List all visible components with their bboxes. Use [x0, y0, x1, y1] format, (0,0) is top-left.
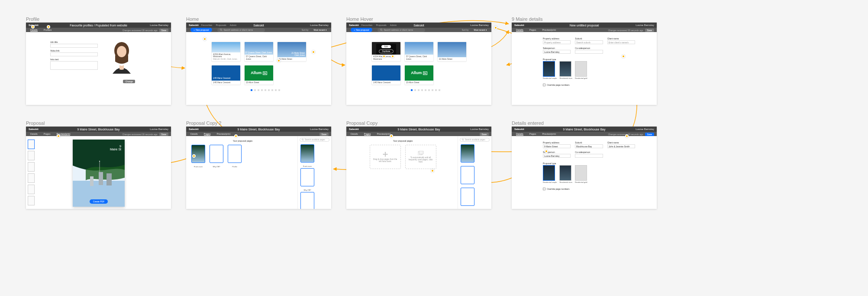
hotspot[interactable]	[622, 55, 625, 58]
hotspot[interactable]	[203, 37, 207, 41]
hotspot[interactable]	[625, 134, 629, 138]
input-suburb[interactable]: Blockhouse Bay	[575, 144, 603, 148]
proposal-card[interactable]: 57 Queens Street, Clark Jones57 Queens S…	[244, 42, 274, 62]
hotspot[interactable]	[192, 154, 196, 158]
tab-pages[interactable]: Pages	[204, 133, 211, 136]
search-input[interactable]: Search address or client name	[378, 28, 425, 32]
page-thumbnails[interactable]	[28, 140, 35, 205]
library-page[interactable]	[461, 188, 474, 206]
new-proposal-button[interactable]: + New proposal	[190, 28, 212, 32]
input-client[interactable]: John & Jeannie Smith	[607, 144, 635, 148]
proposal-card[interactable]: 1/45 Manu Crescent1/45 Manu Crescent	[211, 65, 241, 85]
card-duplicate-chip[interactable]: Duplicate	[379, 49, 394, 53]
proposal-card[interactable]: 21 Maire StreetClark Jones21 Maire Stree…	[277, 42, 307, 62]
save-button[interactable]: Save	[319, 133, 329, 136]
save-button[interactable]: Save	[645, 133, 654, 136]
search-input[interactable]: Search address or client name	[217, 28, 265, 32]
tab-pages[interactable]: Pages	[44, 133, 51, 136]
save-button[interactable]: Save	[159, 133, 168, 136]
tab-details[interactable]: Details	[516, 29, 523, 32]
proposal-card[interactable]: 4/234 Albert Avenue, WestmereMalcolm Smi…	[211, 42, 241, 62]
hotspot[interactable]	[545, 150, 548, 153]
input-introtext[interactable]	[50, 61, 98, 70]
tab-preview[interactable]: Preview/print	[542, 29, 556, 32]
input-salesperson[interactable]: Louise Barnsley	[543, 154, 571, 158]
override-checkbox[interactable]: Override page numbers	[543, 188, 635, 190]
proposal-card[interactable]: 21 Maire Street	[437, 42, 467, 62]
new-proposal-button[interactable]: + New proposal	[351, 28, 372, 32]
proposal-card[interactable]: Allum St23 Allum Street	[244, 65, 274, 85]
sort-value[interactable]: Most recent ▾	[313, 29, 327, 31]
auto-add-zone[interactable]: To automatically add all frequently used…	[405, 145, 436, 169]
tab-details[interactable]: Details	[351, 133, 358, 136]
card-edit-chip[interactable]: Edit	[381, 45, 391, 48]
tab-preview[interactable]: Preview/print	[542, 133, 556, 136]
type-option[interactable]	[543, 61, 555, 77]
input-cosales[interactable]	[575, 50, 603, 54]
library-page[interactable]	[300, 192, 314, 209]
my-page[interactable]	[228, 145, 242, 163]
hotspot[interactable]	[312, 50, 315, 54]
svg-line-6	[381, 30, 382, 31]
drop-zone[interactable]: Drag & drop pages from the left hand ban…	[370, 145, 401, 169]
proposal-card[interactable]: 57 Queens Street, Clark Jones	[404, 42, 434, 62]
search-icon	[462, 139, 464, 141]
hotspot[interactable]	[391, 55, 394, 58]
save-button[interactable]: Save	[480, 133, 489, 136]
hotspot[interactable]	[382, 55, 386, 58]
hotspot[interactable]	[47, 25, 50, 29]
tab-pages[interactable]: Pages	[529, 29, 536, 32]
type-option[interactable]	[575, 61, 587, 77]
library-page[interactable]	[300, 144, 314, 163]
library-page[interactable]	[461, 144, 474, 163]
my-page[interactable]	[210, 145, 223, 163]
frame-detailsentered: Saleskit 9 Maire Street, Blockhouse Bay …	[512, 127, 657, 209]
proposal-card[interactable]: Allum St23 Allum Street	[404, 65, 434, 85]
input-jobtitle[interactable]	[50, 44, 98, 48]
library-search[interactable]: Search available pages	[460, 138, 490, 142]
proposal-card[interactable]: 1/45 Manu Crescent	[371, 65, 401, 85]
profile-form: Job title Video link Intro text	[50, 39, 98, 72]
hotspot[interactable]	[494, 26, 497, 29]
save-button[interactable]: Save	[159, 29, 168, 32]
sort-value[interactable]: Most recent ▾	[474, 29, 487, 31]
my-page[interactable]	[191, 145, 205, 163]
library-search[interactable]: Search available pages	[300, 138, 329, 142]
override-checkbox[interactable]: Override page numbers	[543, 84, 635, 86]
hotspot[interactable]	[390, 134, 393, 138]
tab-details[interactable]: Details	[516, 133, 523, 136]
library-page[interactable]	[300, 168, 314, 186]
type-option[interactable]	[575, 165, 587, 181]
input-property[interactable]: Property address	[543, 40, 571, 44]
change-photo-button[interactable]: Change	[123, 80, 135, 83]
save-button[interactable]: Save	[645, 29, 654, 32]
pagination[interactable]	[371, 89, 479, 91]
input-suburb[interactable]: Search suburb	[575, 40, 603, 44]
tab-preview[interactable]: Preview/print	[377, 133, 390, 136]
tab-pages[interactable]: Pages	[529, 133, 536, 136]
hotspot[interactable]	[31, 25, 35, 29]
library-page[interactable]	[461, 166, 474, 184]
input-property[interactable]: 9 Maire Street	[543, 144, 571, 148]
create-pdf-button[interactable]: Create PDF	[90, 199, 108, 204]
tab-details[interactable]: Details	[190, 133, 198, 136]
input-client[interactable]: Enter client's name/s	[607, 40, 635, 44]
tab-pages[interactable]: Pages	[364, 133, 371, 136]
tab-details[interactable]: Details	[30, 29, 38, 32]
tab-details[interactable]: Details	[30, 133, 38, 136]
hotspot[interactable]	[431, 169, 434, 172]
type-option[interactable]	[543, 165, 555, 181]
hotspot[interactable]	[277, 59, 281, 62]
proposal-card-hovered[interactable]: Edit Duplicate 4/234 Albert Avenue, West…	[371, 42, 401, 62]
tab-preview[interactable]: Preview/print	[216, 133, 230, 136]
hotspot[interactable]	[234, 134, 238, 138]
input-cosales[interactable]	[575, 154, 603, 158]
input-videolink[interactable]	[50, 52, 98, 56]
tab-profiles[interactable]: Profiles	[44, 29, 52, 32]
pagination[interactable]	[211, 89, 319, 91]
type-option[interactable]	[559, 61, 571, 77]
type-option[interactable]	[559, 165, 571, 181]
hotspot[interactable]	[57, 134, 60, 138]
section-title: Your proposal pages	[350, 140, 456, 142]
input-salesperson[interactable]: Louise Barnsley	[543, 50, 571, 54]
